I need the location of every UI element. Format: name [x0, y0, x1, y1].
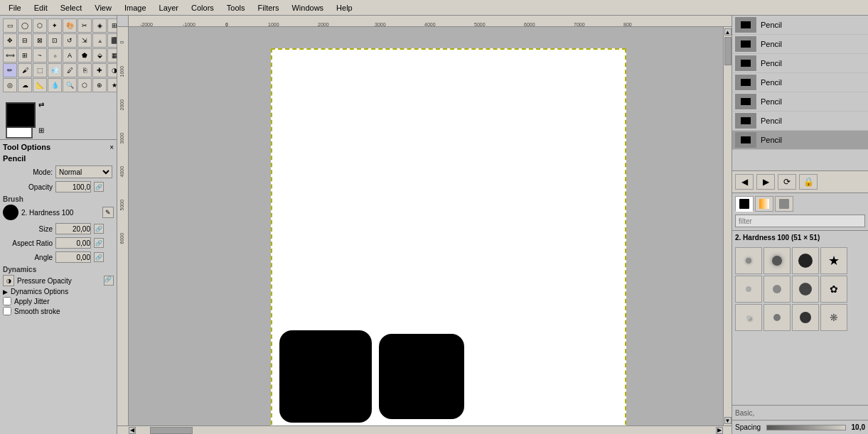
- tool-5[interactable]: ⬦: [48, 48, 62, 63]
- menu-colors[interactable]: Colors: [186, 2, 220, 13]
- tool-bucket[interactable]: ⬙: [92, 48, 107, 63]
- menu-help[interactable]: Help: [331, 2, 358, 13]
- tool-align[interactable]: ⊟: [18, 33, 32, 48]
- tool-free-select[interactable]: ⬡: [33, 18, 47, 33]
- tool-airbrush[interactable]: 💨: [48, 63, 62, 77]
- brush-tab-solid[interactable]: [775, 196, 793, 212]
- foreground-color-swatch[interactable]: [6, 102, 36, 128]
- tool-scale[interactable]: ⇲: [77, 33, 92, 48]
- tool-6[interactable]: ⬟: [77, 48, 92, 63]
- menu-layer[interactable]: Layer: [154, 2, 185, 13]
- drawing-canvas[interactable]: [271, 48, 626, 425]
- size-input[interactable]: [55, 223, 91, 234]
- aspect-input[interactable]: [55, 237, 91, 249]
- brush-cell[interactable]: [735, 276, 762, 303]
- tool-rotate[interactable]: ↺: [63, 33, 77, 48]
- brush-cell[interactable]: [735, 304, 762, 331]
- brush-list-item[interactable]: Pencil: [732, 54, 868, 73]
- brush-cell[interactable]: ★: [820, 247, 847, 274]
- angle-chain-button[interactable]: 🔗: [94, 252, 104, 262]
- menu-select[interactable]: Select: [55, 2, 88, 13]
- scroll-down-button[interactable]: ▼: [724, 417, 732, 424]
- tool-3[interactable]: ⊞: [107, 18, 117, 33]
- tool-dodge[interactable]: ◑: [107, 63, 117, 77]
- tool-crop[interactable]: ⊡: [48, 33, 62, 48]
- tool-9[interactable]: ★: [107, 78, 117, 92]
- tool-pencil[interactable]: ✏: [3, 63, 17, 77]
- brush-list-item[interactable]: Pencil: [732, 35, 868, 54]
- tool-options-close-button[interactable]: ×: [109, 143, 114, 151]
- tool-blur[interactable]: ◎: [3, 78, 17, 92]
- brush-tab-pattern[interactable]: [735, 196, 754, 212]
- tool-warp[interactable]: ~: [33, 48, 47, 63]
- tool-eraser[interactable]: ⬚: [33, 63, 47, 77]
- menu-tools[interactable]: Tools: [221, 2, 251, 13]
- tool-ellipse-select[interactable]: ◯: [18, 18, 32, 33]
- brush-nav-back-button[interactable]: ◀: [735, 174, 754, 190]
- scroll-horizontal-thumb[interactable]: [150, 427, 193, 434]
- brush-cell[interactable]: [735, 247, 762, 274]
- brush-list-item[interactable]: Pencil: [732, 73, 868, 92]
- tool-move[interactable]: ✥: [3, 33, 17, 48]
- tool-perspective[interactable]: ⬛: [107, 33, 117, 48]
- brush-nav-forward-button[interactable]: ▶: [756, 174, 775, 190]
- tool-shear[interactable]: ⟁: [92, 33, 107, 48]
- menu-view[interactable]: View: [89, 2, 117, 13]
- scroll-right-button[interactable]: ▶: [716, 427, 723, 434]
- aspect-chain-button[interactable]: 🔗: [94, 238, 104, 248]
- swap-colors-button[interactable]: ⇄: [38, 101, 44, 109]
- dynamics-chain-button[interactable]: 🔗: [104, 276, 114, 286]
- tool-blend[interactable]: ▦: [107, 48, 117, 63]
- scroll-vertical-thumb[interactable]: [724, 37, 732, 65]
- tool-paintbrush[interactable]: 🖌: [18, 63, 32, 77]
- brush-cell[interactable]: [763, 276, 791, 303]
- brush-cell[interactable]: [792, 276, 819, 303]
- brush-cell[interactable]: ❋: [820, 304, 847, 331]
- tool-measure[interactable]: 📐: [33, 78, 47, 92]
- scroll-up-button[interactable]: ▲: [724, 28, 732, 36]
- reset-colors-button[interactable]: ⊞: [38, 126, 44, 134]
- tool-scissors[interactable]: ✂: [77, 18, 92, 33]
- scroll-vertical-track[interactable]: [724, 37, 732, 416]
- opacity-input[interactable]: [55, 181, 91, 192]
- tool-rect-select[interactable]: ▭: [3, 18, 17, 33]
- dynamics-options-arrow[interactable]: ▶: [3, 288, 8, 295]
- tool-colorpick[interactable]: 💧: [48, 78, 62, 92]
- scroll-left-button[interactable]: ◀: [129, 427, 136, 434]
- tool-cage[interactable]: ⊞: [18, 48, 32, 63]
- tool-7[interactable]: ⬡: [77, 78, 92, 92]
- tool-fuzzy-select[interactable]: ✦: [48, 18, 62, 33]
- opacity-chain-button[interactable]: 🔗: [94, 182, 104, 192]
- tool-zoom[interactable]: 🔍: [63, 78, 77, 92]
- apply-jitter-checkbox[interactable]: [3, 297, 11, 305]
- tool-text[interactable]: A: [63, 48, 77, 63]
- brush-list-item[interactable]: Pencil: [732, 92, 868, 112]
- angle-input[interactable]: [55, 251, 91, 263]
- brush-list-item-active[interactable]: Pencil: [732, 131, 868, 150]
- tool-8[interactable]: ⊕: [92, 78, 107, 92]
- brush-cell[interactable]: [792, 247, 819, 274]
- tool-clone[interactable]: ⎘: [77, 63, 92, 77]
- mode-select[interactable]: Normal: [55, 166, 112, 178]
- tool-smudge[interactable]: ☁: [18, 78, 32, 92]
- brush-nav-lock-button[interactable]: 🔒: [799, 174, 818, 190]
- brush-cell[interactable]: [763, 247, 791, 274]
- brush-edit-button[interactable]: ✎: [102, 207, 114, 218]
- brush-tab-gradient[interactable]: [755, 196, 773, 212]
- menu-image[interactable]: Image: [119, 2, 152, 13]
- tool-4[interactable]: ⊠: [33, 33, 47, 48]
- brush-filter-input[interactable]: [735, 215, 865, 227]
- scroll-horizontal-track[interactable]: [136, 427, 716, 434]
- tool-ink[interactable]: 🖊: [63, 63, 77, 77]
- brush-cell[interactable]: ✿: [820, 276, 847, 303]
- menu-edit[interactable]: Edit: [28, 2, 53, 13]
- tool-flip[interactable]: ⟺: [3, 48, 17, 63]
- brush-list-item[interactable]: Pencil: [732, 16, 868, 35]
- brush-nav-refresh-button[interactable]: ⟳: [778, 174, 796, 190]
- brush-cell[interactable]: [763, 304, 791, 331]
- smooth-stroke-checkbox[interactable]: [3, 307, 11, 315]
- menu-filters[interactable]: Filters: [252, 2, 285, 13]
- tool-color-select[interactable]: 🎨: [63, 18, 77, 33]
- menu-file[interactable]: File: [3, 2, 27, 13]
- brush-cell[interactable]: [792, 304, 819, 331]
